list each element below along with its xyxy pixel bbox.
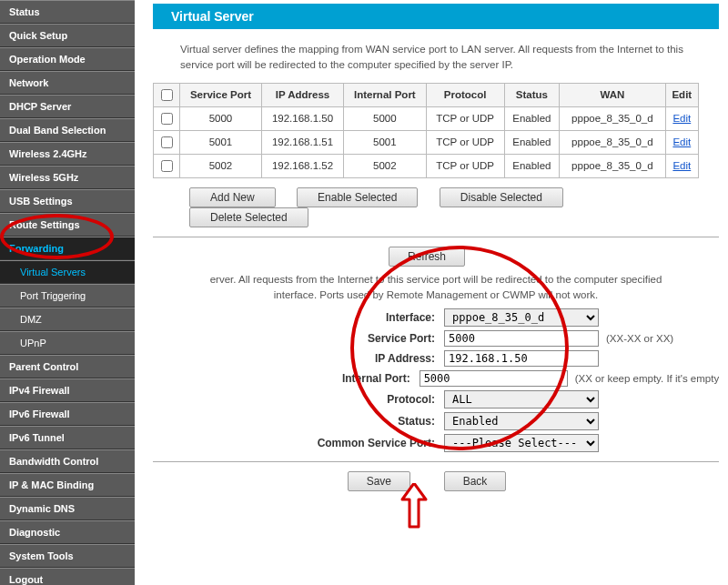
separator: [153, 461, 719, 462]
cell-wan: pppoe_8_35_0_d: [560, 154, 665, 177]
th-edit: Edit: [665, 83, 698, 106]
row-checkbox[interactable]: [161, 160, 173, 172]
ip-address-input[interactable]: [444, 350, 599, 367]
sidebar-item-forwarding[interactable]: Forwarding: [0, 237, 135, 260]
table-row: 5000 192.168.1.50 5000 TCP or UDP Enable…: [154, 106, 699, 130]
cell-status: Enabled: [504, 130, 560, 154]
content: Virtual Server Virtual server defines th…: [135, 0, 728, 585]
sidebar-item-logout[interactable]: Logout: [0, 568, 135, 585]
form-help-text: erver. All requests from the Internet to…: [189, 272, 682, 304]
sidebar-item-virtual-servers[interactable]: Virtual Servers: [0, 260, 135, 284]
cell-ip: 192.168.1.52: [261, 154, 343, 177]
form-area: Interface: pppoe_8_35_0_d Service Port: …: [153, 308, 719, 452]
cell-protocol: TCP or UDP: [426, 106, 504, 130]
service-port-input[interactable]: [444, 330, 599, 347]
label-common-service-port: Common Service Port:: [153, 437, 444, 449]
label-protocol: Protocol:: [153, 393, 444, 406]
enable-selected-button[interactable]: Enable Selected: [297, 187, 418, 207]
table-row: 5002 192.168.1.52 5002 TCP or UDP Enable…: [154, 154, 699, 177]
sidebar-item-ipv4-firewall[interactable]: IPv4 Firewall: [0, 378, 135, 402]
sidebar-item-ip-mac-binding[interactable]: IP & MAC Binding: [0, 473, 135, 497]
hint-internal-port: (XX or keep empty. If it's empty, In: [575, 373, 719, 384]
refresh-button[interactable]: Refresh: [389, 247, 465, 267]
internal-port-input[interactable]: [420, 370, 568, 387]
sidebar-item-ipv6-tunnel[interactable]: IPv6 Tunnel: [0, 426, 135, 449]
sidebar-item-dynamic-dns[interactable]: Dynamic DNS: [0, 497, 135, 520]
page-description: Virtual server defines the mapping from …: [153, 42, 719, 74]
sidebar-item-route-settings[interactable]: Route Settings: [0, 213, 135, 237]
label-internal-port: Internal Port:: [153, 372, 420, 385]
edit-link[interactable]: Edit: [672, 136, 691, 147]
th-wan: WAN: [560, 83, 665, 106]
sidebar-item-dmz[interactable]: DMZ: [0, 308, 135, 331]
th-ip-address: IP Address: [261, 83, 343, 106]
cell-ip: 192.168.1.51: [261, 130, 343, 154]
row-checkbox[interactable]: [161, 136, 173, 148]
cell-protocol: TCP or UDP: [426, 130, 504, 154]
cell-internal-port: 5001: [343, 130, 426, 154]
cell-status: Enabled: [504, 106, 560, 130]
cell-service-port: 5000: [180, 106, 262, 130]
page-title: Virtual Server: [153, 4, 719, 29]
label-status: Status:: [153, 415, 444, 428]
status-select[interactable]: Enabled: [444, 412, 599, 430]
edit-link[interactable]: Edit: [672, 160, 691, 171]
cell-internal-port: 5000: [343, 106, 426, 130]
table-header-row: Service Port IP Address Internal Port Pr…: [154, 83, 699, 106]
th-internal-port: Internal Port: [343, 83, 426, 106]
save-button[interactable]: Save: [348, 471, 410, 491]
sidebar-item-system-tools[interactable]: System Tools: [0, 544, 135, 568]
label-ip-address: IP Address:: [153, 352, 444, 365]
th-service-port: Service Port: [180, 83, 262, 106]
sidebar-item-usb-settings[interactable]: USB Settings: [0, 189, 135, 213]
sidebar-item-quick-setup[interactable]: Quick Setup: [0, 24, 135, 47]
select-all-checkbox[interactable]: [161, 89, 173, 101]
sidebar-item-network[interactable]: Network: [0, 71, 135, 95]
back-button[interactable]: Back: [444, 471, 507, 491]
sidebar-item-wireless-5ghz[interactable]: Wireless 5GHz: [0, 166, 135, 189]
sidebar-item-dual-band[interactable]: Dual Band Selection: [0, 118, 135, 142]
cell-internal-port: 5002: [343, 154, 426, 177]
table-row: 5001 192.168.1.51 5001 TCP or UDP Enable…: [154, 130, 699, 154]
cell-wan: pppoe_8_35_0_d: [560, 130, 665, 154]
cell-wan: pppoe_8_35_0_d: [560, 106, 665, 130]
label-interface: Interface:: [153, 311, 444, 324]
interface-select[interactable]: pppoe_8_35_0_d: [444, 308, 599, 327]
th-status: Status: [504, 83, 560, 106]
sidebar-item-bandwidth-control[interactable]: Bandwidth Control: [0, 449, 135, 473]
protocol-select[interactable]: ALL: [444, 390, 599, 408]
label-service-port: Service Port:: [153, 332, 444, 345]
sidebar-item-parent-control[interactable]: Parent Control: [0, 355, 135, 378]
sidebar-item-diagnostic[interactable]: Diagnostic: [0, 520, 135, 544]
sidebar-item-ipv6-firewall[interactable]: IPv6 Firewall: [0, 402, 135, 426]
hint-service-port: (XX-XX or XX): [606, 333, 673, 344]
cell-service-port: 5001: [180, 130, 262, 154]
virtual-server-table: Service Port IP Address Internal Port Pr…: [153, 83, 699, 178]
delete-selected-button[interactable]: Delete Selected: [189, 207, 308, 227]
common-service-port-select[interactable]: ---Please Select---: [444, 434, 599, 452]
cell-service-port: 5002: [180, 154, 262, 177]
sidebar-item-wireless-24ghz[interactable]: Wireless 2.4GHz: [0, 142, 135, 166]
add-new-button[interactable]: Add New: [189, 187, 276, 207]
cell-protocol: TCP or UDP: [426, 154, 504, 177]
sidebar-item-port-triggering[interactable]: Port Triggering: [0, 284, 135, 308]
sidebar-item-status[interactable]: Status: [0, 0, 135, 24]
separator: [153, 237, 719, 237]
edit-link[interactable]: Edit: [672, 113, 691, 124]
disable-selected-button[interactable]: Disable Selected: [440, 187, 563, 207]
sidebar-item-operation-mode[interactable]: Operation Mode: [0, 47, 135, 71]
row-checkbox[interactable]: [161, 113, 173, 125]
sidebar: Status Quick Setup Operation Mode Networ…: [0, 0, 135, 585]
th-protocol: Protocol: [426, 83, 504, 106]
sidebar-item-upnp[interactable]: UPnP: [0, 331, 135, 355]
cell-status: Enabled: [504, 154, 560, 177]
cell-ip: 192.168.1.50: [261, 106, 343, 130]
sidebar-item-dhcp-server[interactable]: DHCP Server: [0, 95, 135, 118]
